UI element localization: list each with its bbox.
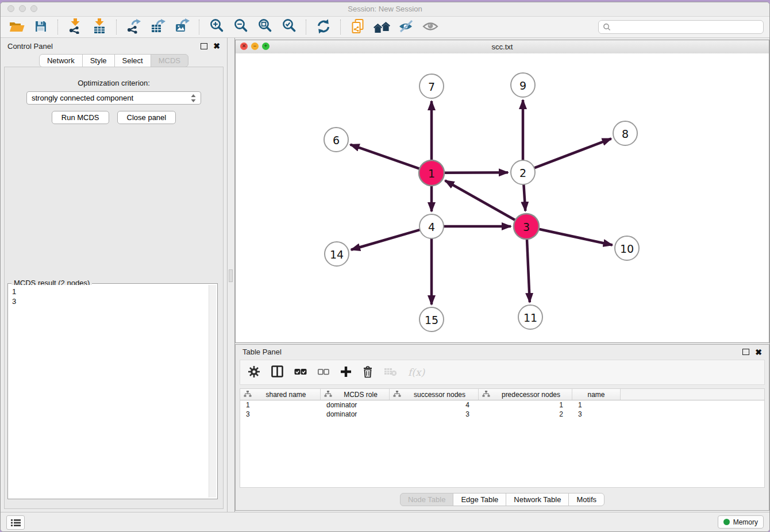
- node-9[interactable]: 9: [511, 73, 535, 97]
- node-7[interactable]: 7: [419, 74, 444, 98]
- tab-style[interactable]: Style: [82, 54, 115, 67]
- node-4[interactable]: 4: [419, 214, 444, 238]
- network-maximize-button[interactable]: +: [262, 43, 270, 50]
- svg-text:2: 2: [519, 167, 526, 179]
- node-8[interactable]: 8: [613, 121, 637, 145]
- tab-network-table[interactable]: Network Table: [506, 493, 569, 506]
- save-session-icon: [34, 20, 47, 34]
- hide-graphics-details-icon: [398, 19, 414, 36]
- control-panel-header: Control Panel ✖: [1, 38, 227, 54]
- edge-1-2[interactable]: [443, 172, 508, 173]
- memory-button[interactable]: Memory: [718, 515, 764, 529]
- tree-sort-icon: [482, 391, 490, 399]
- select-all-icon: [294, 368, 307, 377]
- cell: 1: [479, 401, 572, 409]
- optimization-criterion-dropdown[interactable]: strongly connected component: [26, 91, 201, 105]
- zoom-window-button[interactable]: [30, 5, 37, 12]
- close-window-button[interactable]: [7, 5, 14, 12]
- node-10[interactable]: 10: [615, 236, 639, 260]
- column-header-name[interactable]: name: [572, 389, 621, 400]
- zoom-fit-button[interactable]: [255, 18, 275, 36]
- dropdown-value: strongly connected component: [32, 94, 191, 102]
- node-3[interactable]: 3: [514, 214, 539, 239]
- status-bar: Memory: [1, 512, 769, 531]
- show-columns-button[interactable]: [271, 365, 283, 379]
- hide-graphics-details-button[interactable]: [396, 18, 417, 36]
- clear-selection-button[interactable]: [318, 368, 329, 377]
- export-network-button[interactable]: [124, 18, 144, 36]
- save-session-button[interactable]: [30, 18, 51, 36]
- refresh-network-icon: [316, 19, 331, 36]
- node-15[interactable]: 15: [419, 307, 444, 331]
- task-history-button[interactable]: [6, 515, 25, 530]
- export-table-button[interactable]: [148, 18, 168, 36]
- zoom-out-icon: [233, 18, 249, 36]
- svg-text:4: 4: [428, 221, 435, 233]
- column-header-MCDS-role[interactable]: MCDS role: [321, 389, 390, 400]
- network-canvas[interactable]: 7968124314101511: [236, 53, 769, 342]
- column-header-successor-nodes[interactable]: successor nodes: [390, 389, 479, 400]
- minimize-window-button[interactable]: [19, 5, 26, 12]
- mcds-result-box: MCDS result (2 nodes) 1 3: [7, 283, 218, 499]
- tab-network[interactable]: Network: [39, 54, 83, 67]
- node-1[interactable]: 1: [419, 160, 444, 186]
- search-box[interactable]: [598, 20, 764, 34]
- mcds-result-text[interactable]: 1 3: [9, 285, 209, 498]
- window-controls: [7, 5, 37, 12]
- edge-1-6[interactable]: [351, 145, 421, 169]
- toolbar-separator: [340, 20, 341, 34]
- table-settings-button[interactable]: [248, 365, 260, 380]
- export-image-button[interactable]: [172, 18, 192, 36]
- float-table-panel-icon[interactable]: [742, 349, 749, 355]
- tab-motifs[interactable]: Motifs: [568, 493, 605, 506]
- zoom-selected-button[interactable]: [279, 18, 299, 36]
- close-panel-button[interactable]: Close panel: [117, 111, 176, 124]
- run-mcds-button[interactable]: Run MCDS: [52, 111, 109, 124]
- import-table-button[interactable]: [89, 18, 110, 36]
- result-scrollbar[interactable]: [209, 285, 216, 498]
- show-graphics-details-icon: [422, 21, 438, 33]
- control-panel: Control Panel ✖ NetworkStyleSelectMCDS O…: [1, 38, 228, 512]
- panel-divider[interactable]: [228, 38, 235, 512]
- show-graphics-details-button[interactable]: [420, 18, 441, 36]
- node-2[interactable]: 2: [511, 160, 535, 184]
- open-file-button[interactable]: [6, 18, 27, 36]
- clone-network-button[interactable]: [348, 18, 368, 36]
- tab-node-table[interactable]: Node Table: [400, 493, 454, 506]
- divider-handle[interactable]: [229, 269, 233, 282]
- edge-3-10[interactable]: [538, 229, 613, 245]
- network-minimize-button[interactable]: −: [251, 43, 259, 50]
- zoom-in-button[interactable]: [206, 18, 227, 36]
- node-6[interactable]: 6: [324, 128, 348, 152]
- tab-select[interactable]: Select: [114, 54, 151, 67]
- table-row[interactable]: 3dominator323: [240, 410, 764, 419]
- column-header-shared-name[interactable]: shared name: [240, 389, 321, 400]
- close-panel-icon[interactable]: ✖: [213, 42, 220, 50]
- select-all-button[interactable]: [294, 368, 307, 377]
- toolbar-separator: [306, 20, 307, 34]
- edge-2-3[interactable]: [523, 183, 525, 211]
- edge-4-14[interactable]: [351, 229, 421, 249]
- search-input[interactable]: [614, 22, 759, 32]
- network-close-button[interactable]: ✕: [240, 43, 248, 50]
- table-settings-icon: [248, 365, 260, 380]
- tab-edge-table[interactable]: Edge Table: [453, 493, 506, 506]
- float-panel-icon[interactable]: [201, 43, 207, 49]
- delete-column-button[interactable]: [363, 365, 373, 380]
- node-11[interactable]: 11: [518, 305, 542, 329]
- cell: 1: [240, 401, 321, 409]
- zoom-out-button[interactable]: [230, 18, 251, 36]
- table-row[interactable]: 1dominator411: [240, 400, 764, 410]
- edge-3-11[interactable]: [527, 238, 530, 302]
- column-header-predecessor-nodes[interactable]: predecessor nodes: [479, 389, 572, 400]
- edge-3-1[interactable]: [445, 180, 517, 221]
- import-network-button[interactable]: [65, 18, 86, 36]
- add-column-button[interactable]: [340, 366, 352, 379]
- node-14[interactable]: 14: [325, 242, 349, 266]
- edge-2-8[interactable]: [533, 138, 611, 168]
- tab-mcds[interactable]: MCDS: [151, 54, 188, 67]
- home-view-button[interactable]: [372, 18, 392, 36]
- refresh-network-button[interactable]: [313, 18, 334, 36]
- cell: dominator: [321, 401, 390, 409]
- close-table-panel-icon[interactable]: ✖: [755, 348, 762, 356]
